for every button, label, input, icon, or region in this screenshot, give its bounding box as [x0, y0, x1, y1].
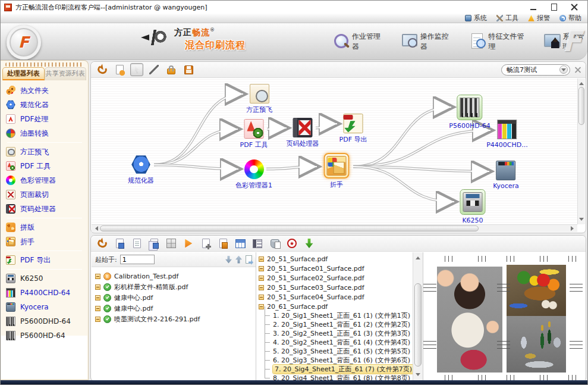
tool-detail-view-icon[interactable]: [251, 237, 264, 250]
page-row[interactable]: 4. 20_Sig2_Sheet1_背面_61 (4) (文件第4页): [259, 338, 413, 347]
workflow-canvas[interactable]: 规范化器方正预飞PDF 工具页码处理器色彩管理器1折手PDF 导出P5600HD…: [92, 79, 577, 224]
menu-item-报警[interactable]: 报警: [528, 14, 550, 23]
scroll-thumb[interactable]: [100, 226, 479, 231]
scroll-right-icon[interactable]: [571, 226, 576, 231]
tree-expand-icon[interactable]: [95, 274, 100, 279]
sidebar-item-拼版[interactable]: 拼版: [6, 220, 88, 234]
tab-共享资源列表[interactable]: 共享资源列表: [45, 67, 87, 80]
start-at-input[interactable]: [120, 255, 155, 264]
tool-undo-icon[interactable]: [96, 63, 109, 76]
tool-grid-icon[interactable]: [165, 237, 178, 250]
tree-expand-icon[interactable]: [259, 295, 264, 300]
tree-expand-icon[interactable]: [259, 304, 264, 309]
header-button-特征文件管理[interactable]: 特征文件管理: [469, 32, 526, 52]
flow-node-p4400[interactable]: P4400CHD...: [486, 120, 528, 149]
sidebar-item-页码处理器[interactable]: 页码处理器: [6, 202, 88, 216]
job-file-row[interactable]: 健康中心.pdf: [95, 303, 254, 314]
tool-doc-text-icon[interactable]: [130, 237, 143, 250]
surface-file-row[interactable]: 20_51_Surface01_Surface.pdf: [259, 264, 413, 273]
tool-copy-db-icon[interactable]: [268, 237, 281, 250]
page-row[interactable]: 1. 20_Sig1_Sheet1_正面_61 (1) (文件第1页): [259, 311, 413, 320]
menu-item-帮助[interactable]: 帮助: [559, 14, 581, 23]
scroll-up-icon[interactable]: [416, 254, 420, 259]
tree-expand-icon[interactable]: [259, 256, 264, 262]
page-row[interactable]: 3. 20_Sig2_Sheet1_正面_61 (3) (文件第3页): [259, 329, 413, 338]
page-row[interactable]: 2. 20_Sig1_Sheet1_背面_61 (2) (文件第2页): [259, 320, 413, 329]
tool-line-icon[interactable]: [147, 63, 161, 76]
page-row[interactable]: 6. 20_Sig3_Sheet1_背面_61 (6) (文件第6页): [259, 356, 413, 365]
menu-item-系统[interactable]: 系统: [465, 14, 487, 23]
sidebar-item-PDF 工具[interactable]: PDF 工具: [6, 159, 88, 173]
flow-node-colormgr[interactable]: 色彩管理器1: [235, 159, 272, 190]
tree-expand-icon[interactable]: [95, 317, 100, 322]
tool-download-icon[interactable]: [303, 237, 316, 250]
scroll-thumb[interactable]: [578, 87, 584, 125]
sidebar-item-P5600HD-64[interactable]: P5600HD-64: [6, 328, 88, 343]
page-row[interactable]: 7. 20_Sig4_Sheet1_正面_61 (7) (文件第7页): [259, 365, 413, 374]
close-template-icon[interactable]: [574, 67, 581, 73]
tool-doc-blue-icon[interactable]: [113, 237, 126, 250]
job-file-row[interactable]: 健康中心.pdf: [95, 292, 254, 303]
flow-node-p5600hd[interactable]: P5600HD-64: [449, 95, 490, 130]
page-list-scrollbar[interactable]: [413, 252, 423, 380]
tool-doc-stamp-icon[interactable]: [216, 237, 229, 250]
scroll-left-icon[interactable]: [93, 226, 98, 231]
canvas-vertical-scrollbar[interactable]: [577, 79, 585, 224]
template-select[interactable]: 畅流7测试: [501, 64, 570, 76]
scroll-up-icon[interactable]: [579, 80, 584, 85]
header-button-操作监控器[interactable]: 操作监控器: [401, 32, 451, 52]
tree-expand-icon[interactable]: [95, 295, 100, 301]
tool-save-icon[interactable]: [182, 63, 195, 76]
sidebar-item-色彩管理器[interactable]: 色彩管理器: [6, 173, 88, 187]
sidebar-item-热文件夹[interactable]: 热文件夹: [6, 83, 88, 98]
sidebar-item-PDF处理[interactable]: PDF处理: [6, 112, 88, 126]
surface-file-row[interactable]: 20_51_Surface04_Surface.pdf: [259, 292, 413, 302]
tool-undo-icon[interactable]: [96, 237, 109, 250]
scroll-thumb[interactable]: [414, 283, 422, 367]
tool-stop-icon[interactable]: [285, 237, 298, 250]
job-file-row[interactable]: Calibration_Test.pdf: [95, 271, 254, 281]
tool-play-icon[interactable]: [182, 237, 195, 250]
dropdown-button[interactable]: [559, 65, 568, 74]
page-row[interactable]: 8. 20_Sig4_Sheet1_背面_61 (8) (文件第8页): [259, 374, 413, 380]
sidebar-item-方正预飞[interactable]: 方正预飞: [6, 145, 88, 159]
flow-node-pdftool[interactable]: PDF 工具: [240, 119, 268, 149]
flow-node-preflight[interactable]: 方正预飞: [246, 84, 272, 114]
sidebar-item-规范化器[interactable]: 规范化器: [6, 98, 88, 112]
tree-expand-icon[interactable]: [95, 284, 100, 290]
tool-new-file-icon[interactable]: [113, 63, 126, 76]
page-preview-pane[interactable]: [423, 252, 585, 380]
sidebar-item-P4400CHD-64[interactable]: P4400CHD-64: [6, 286, 88, 300]
job-file-row[interactable]: 喷墨测试文件2-216-291.pdf: [95, 314, 254, 324]
surface-file-row[interactable]: 20_51_Surface02_Surface.pdf: [259, 273, 413, 283]
job-file-row[interactable]: 彩机样册文件-精简版.pdf: [95, 281, 254, 292]
sidebar-item-P5600DHD-64[interactable]: P5600DHD-64: [6, 314, 88, 328]
sidebar-item-页面裁切[interactable]: 页面裁切: [6, 187, 88, 202]
maximize-icon[interactable]: [549, 4, 559, 11]
tool-doc-copy-icon[interactable]: [147, 237, 161, 250]
tree-expand-icon[interactable]: [259, 266, 264, 271]
scroll-down-icon[interactable]: [416, 373, 420, 378]
flow-node-pagenum[interactable]: 页码处理器: [287, 118, 319, 148]
header-button-作业管理器[interactable]: 作业管理器: [332, 32, 383, 52]
tree-expand-icon[interactable]: [259, 285, 264, 290]
surface-file-row[interactable]: 20_61_Surface.pdf: [259, 302, 413, 311]
tool-pointer-icon[interactable]: [130, 63, 143, 76]
minimize-icon[interactable]: [529, 4, 539, 11]
flow-node-kyocera[interactable]: Kyocera: [493, 161, 519, 190]
flow-node-k6250[interactable]: K6250: [460, 189, 486, 224]
tree-expand-icon[interactable]: [95, 306, 100, 311]
sidebar-item-Kyocera[interactable]: Kyocera: [6, 300, 88, 314]
sidebar-item-折手[interactable]: 折手: [6, 234, 88, 249]
sidebar-item-PDF 导出[interactable]: PDF 导出: [6, 253, 88, 267]
page-row[interactable]: 5. 20_Sig3_Sheet1_正面_61 (5) (文件第5页): [259, 347, 413, 356]
flow-node-fold[interactable]: 折手: [324, 153, 350, 189]
tool-doc-add-icon[interactable]: [199, 237, 212, 250]
surface-file-row[interactable]: 20_51_Surface03_Surface.pdf: [259, 283, 413, 292]
surface-file-row[interactable]: 20_51_Surface.pdf: [259, 254, 413, 264]
menu-item-工具[interactable]: 工具: [496, 14, 518, 23]
tab-处理器列表[interactable]: 处理器列表: [2, 67, 45, 80]
scroll-down-icon[interactable]: [579, 218, 584, 223]
close-icon[interactable]: [570, 4, 579, 11]
tree-expand-icon[interactable]: [259, 276, 264, 281]
